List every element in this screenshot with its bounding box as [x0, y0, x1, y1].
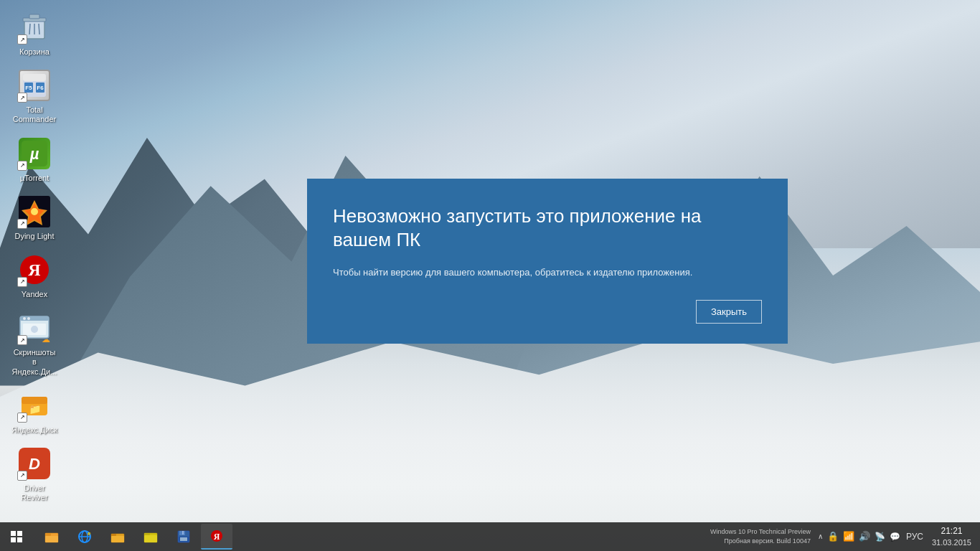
- dialog-overlay: Невозможно запустить это приложение на в…: [0, 0, 980, 522]
- svg-rect-40: [111, 534, 116, 536]
- tray-network-icon[interactable]: 📶: [843, 531, 854, 542]
- dialog-title: Невозможно запустить это приложение на в…: [333, 204, 762, 251]
- tray-security-icon[interactable]: 🔒: [827, 531, 839, 542]
- error-dialog: Невозможно запустить это приложение на в…: [307, 179, 788, 344]
- win10-notice-line1: Windows 10 Pro Technical Preview: [710, 527, 811, 537]
- dialog-close-button[interactable]: Закрыть: [696, 300, 762, 324]
- svg-rect-49: [180, 537, 187, 541]
- tray-expand-button[interactable]: ∧: [818, 532, 823, 540]
- svg-rect-47: [182, 531, 184, 534]
- system-tray-icons: ∧ 🔒 📶 🔊 📡 💬: [818, 531, 900, 542]
- win10-notice: Windows 10 Pro Technical Preview Пробная…: [710, 527, 811, 545]
- svg-rect-41: [111, 536, 124, 542]
- taskbar-folder[interactable]: [102, 524, 133, 550]
- tray-volume-icon[interactable]: 🔊: [859, 531, 870, 542]
- win10-notice-line2: Пробная версия. Build 10047: [710, 537, 811, 546]
- svg-rect-44: [144, 535, 157, 542]
- svg-text:e: e: [88, 530, 91, 537]
- language-indicator[interactable]: РУС: [903, 532, 926, 542]
- windows-logo-icon: [11, 531, 22, 542]
- svg-text:Я: Я: [214, 532, 220, 542]
- taskbar-yandex-browser[interactable]: Я: [201, 524, 232, 550]
- tray-message-icon[interactable]: 💬: [890, 532, 900, 542]
- dialog-footer: Закрыть: [333, 300, 762, 324]
- svg-rect-43: [144, 533, 150, 535]
- taskbar-file-explorer[interactable]: [36, 524, 67, 550]
- tray-wifi-icon[interactable]: 📡: [875, 532, 885, 542]
- taskbar: e: [0, 522, 980, 551]
- start-button[interactable]: [0, 522, 33, 551]
- dialog-body: Чтобы найти версию для вашего компьютера…: [333, 265, 762, 280]
- taskbar-folder-yellow[interactable]: [135, 524, 166, 550]
- taskbar-pinned-items: e: [33, 524, 705, 550]
- svg-rect-33: [45, 533, 51, 536]
- taskbar-internet-explorer[interactable]: e: [69, 524, 100, 550]
- clock-time: 21:21: [932, 526, 971, 537]
- clock-date: 31.03.2015: [932, 537, 971, 547]
- taskbar-floppy[interactable]: [168, 524, 199, 550]
- taskbar-tray: Windows 10 Pro Technical Preview Пробная…: [705, 526, 980, 547]
- taskbar-clock[interactable]: 21:21 31.03.2015: [929, 526, 974, 547]
- svg-rect-34: [45, 536, 58, 542]
